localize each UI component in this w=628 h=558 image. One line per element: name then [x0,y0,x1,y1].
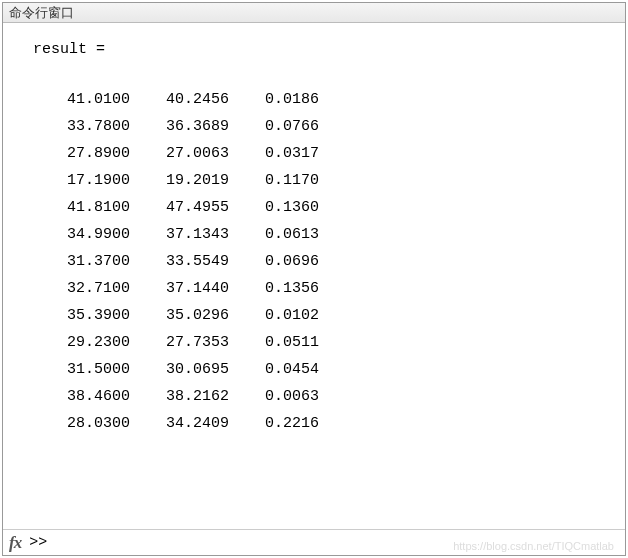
table-cell: 17.1900 [49,167,148,194]
table-cell: 0.0454 [247,356,337,383]
variable-name-label: result = [33,41,625,58]
window-title-bar: 命令行窗口 [3,3,625,23]
table-row: 34.990037.13430.0613 [49,221,337,248]
table-cell: 0.0063 [247,383,337,410]
table-row: 35.390035.02960.0102 [49,302,337,329]
table-cell: 32.7100 [49,275,148,302]
table-cell: 0.0102 [247,302,337,329]
table-cell: 27.8900 [49,140,148,167]
table-row: 33.780036.36890.0766 [49,113,337,140]
table-row: 31.370033.55490.0696 [49,248,337,275]
table-cell: 0.0766 [247,113,337,140]
command-prompt-bar[interactable]: fx >> [3,529,625,555]
table-cell: 34.9900 [49,221,148,248]
table-cell: 34.2409 [148,410,247,437]
table-cell: 36.3689 [148,113,247,140]
table-cell: 27.0063 [148,140,247,167]
prompt-symbol: >> [29,534,47,551]
table-cell: 33.5549 [148,248,247,275]
table-cell: 37.1440 [148,275,247,302]
table-cell: 31.5000 [49,356,148,383]
command-window: 命令行窗口 result = 41.010040.24560.018633.78… [2,2,626,556]
table-cell: 0.2216 [247,410,337,437]
table-cell: 29.2300 [49,329,148,356]
table-cell: 19.2019 [148,167,247,194]
table-row: 38.460038.21620.0063 [49,383,337,410]
command-output-area[interactable]: result = 41.010040.24560.018633.780036.3… [3,23,625,529]
window-title: 命令行窗口 [9,5,74,20]
table-cell: 33.7800 [49,113,148,140]
table-cell: 41.0100 [49,86,148,113]
table-cell: 47.4955 [148,194,247,221]
table-cell: 38.2162 [148,383,247,410]
table-row: 27.890027.00630.0317 [49,140,337,167]
table-cell: 35.3900 [49,302,148,329]
table-cell: 27.7353 [148,329,247,356]
table-cell: 38.4600 [49,383,148,410]
table-row: 29.230027.73530.0511 [49,329,337,356]
table-row: 41.010040.24560.0186 [49,86,337,113]
table-cell: 0.0696 [247,248,337,275]
table-row: 17.190019.20190.1170 [49,167,337,194]
table-cell: 0.1356 [247,275,337,302]
table-cell: 37.1343 [148,221,247,248]
table-cell: 0.0317 [247,140,337,167]
table-cell: 0.0511 [247,329,337,356]
table-cell: 40.2456 [148,86,247,113]
result-matrix-table: 41.010040.24560.018633.780036.36890.0766… [49,86,337,437]
table-cell: 35.0296 [148,302,247,329]
table-cell: 30.0695 [148,356,247,383]
table-row: 28.030034.24090.2216 [49,410,337,437]
table-cell: 28.0300 [49,410,148,437]
table-cell: 41.8100 [49,194,148,221]
table-cell: 0.0186 [247,86,337,113]
table-cell: 0.1170 [247,167,337,194]
table-row: 41.810047.49550.1360 [49,194,337,221]
table-cell: 0.0613 [247,221,337,248]
table-row: 32.710037.14400.1356 [49,275,337,302]
table-cell: 31.3700 [49,248,148,275]
table-row: 31.500030.06950.0454 [49,356,337,383]
table-cell: 0.1360 [247,194,337,221]
fx-icon[interactable]: fx [9,533,21,553]
